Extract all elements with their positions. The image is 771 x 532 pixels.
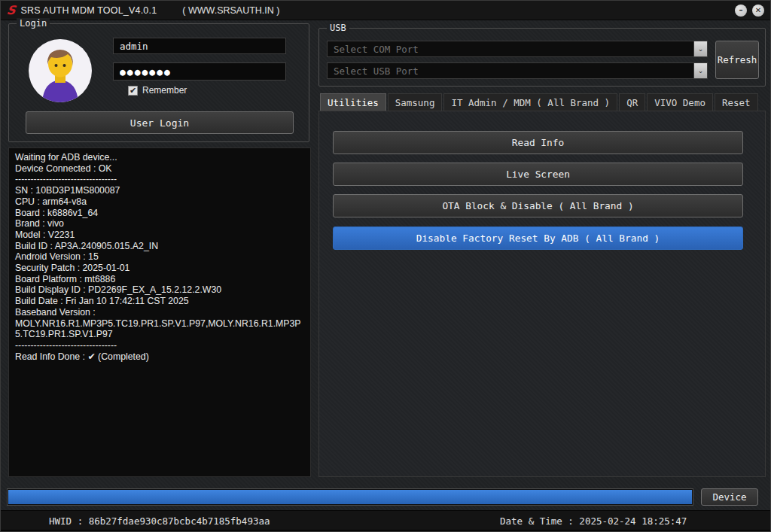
progress-fill [8,490,692,504]
utilities-tab-page: Read Info Live Screen OTA Block & Disabl… [318,111,766,477]
usb-group-label: USB [327,23,349,33]
disable-factory-reset-button[interactable]: Disable Factory Reset By ADB ( All Brand… [333,226,743,250]
tab-qr[interactable]: QR [619,93,645,111]
ota-block-disable-button[interactable]: OTA Block & Disable ( All Brand ) [333,194,743,217]
remember-checkbox[interactable]: ✔ [128,86,138,96]
datetime-text: Date & Time : 2025-02-24 18:25:47 [500,515,687,527]
tab-utilities[interactable]: Utilities [320,93,386,111]
refresh-button[interactable]: Refresh [715,41,759,79]
minimize-icon[interactable]: – [735,5,747,17]
usb-port-select[interactable]: Select USB Port ⌄ [327,62,708,79]
device-button[interactable]: Device [701,488,758,506]
tab-it-admin-mdm[interactable]: IT Admin / MDM ( All Brand ) [443,93,617,111]
usb-group: USB Select COM Port ⌄ Select USB Port ⌄ … [318,28,766,87]
user-avatar [29,39,92,102]
login-group: Login ✔ Remember User Login [8,23,309,142]
window-title-site: ( WWW.SRSAUTH.IN ) [182,5,279,16]
user-login-button[interactable]: User Login [26,111,294,134]
window-title: SRS AUTH MDM TOOL_V4.0.1 [21,5,157,16]
tab-bar: Utilities Samsung IT Admin / MDM ( All B… [320,93,760,111]
username-input[interactable] [113,38,286,54]
chevron-down-icon[interactable]: ⌄ [693,41,707,56]
progress-bar [7,488,693,506]
usb-port-placeholder: Select USB Port [328,65,693,77]
tab-vivo-demo[interactable]: VIVO Demo [647,93,713,111]
login-group-label: Login [17,18,50,29]
live-screen-button[interactable]: Live Screen [333,163,743,186]
title-bar: S SRS AUTH MDM TOOL_V4.0.1 ( WWW.SRSAUTH… [1,1,770,20]
tab-samsung[interactable]: Samsung [388,93,443,111]
com-port-placeholder: Select COM Port [328,44,693,55]
status-bar: HWID : 86b27fdae930c87bcbc4b7185fb493aa … [1,510,771,530]
log-output: Waiting for ADB device... Device Connect… [8,147,311,477]
chevron-down-icon[interactable]: ⌄ [693,63,707,78]
app-window: S SRS AUTH MDM TOOL_V4.0.1 ( WWW.SRSAUTH… [0,0,771,532]
read-info-button[interactable]: Read Info [333,131,743,154]
close-icon[interactable]: ✕ [752,5,764,17]
hwid-text: HWID : 86b27fdae930c87bcbc4b7185fb493aa [49,515,270,527]
remember-label: Remember [142,85,187,96]
password-input[interactable] [113,62,286,81]
tab-reset[interactable]: Reset [715,93,758,111]
com-port-select[interactable]: Select COM Port ⌄ [327,41,708,57]
app-logo-icon: S [6,5,17,17]
